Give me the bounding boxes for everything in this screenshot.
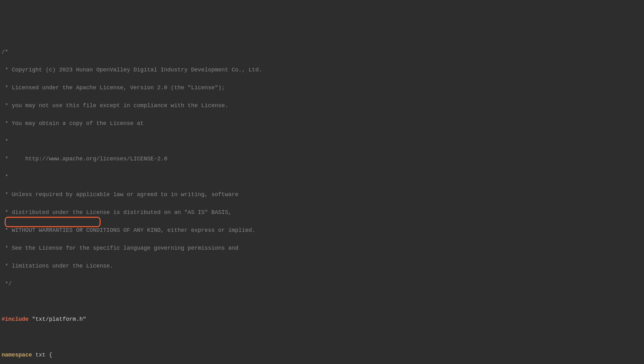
comment-line: * [2, 172, 642, 181]
comment-line: * http://www.apache.org/licenses/LICENSE… [2, 154, 642, 163]
comment-line: * Licensed under the Apache License, Ver… [2, 83, 642, 92]
blank-line [2, 333, 642, 341]
namespace-line: namespace txt { [2, 351, 642, 359]
highlight-annotation [5, 217, 101, 227]
comment-line: * See the License for the specific langu… [2, 244, 642, 252]
comment-line: * [2, 137, 642, 146]
comment-line: * you may not use this file except in co… [2, 101, 642, 110]
comment-line: /* [2, 48, 642, 56]
include-path: "txt/platform.h" [29, 316, 86, 322]
namespace-keyword: namespace [2, 352, 32, 358]
comment-line: * distributed under the License is distr… [2, 208, 642, 217]
comment-line: * You may obtain a copy of the License a… [2, 119, 642, 128]
code-viewer: /* * Copyright (c) 2023 Hunan OpenValley… [2, 39, 642, 364]
comment-line: * Unless required by applicable law or a… [2, 190, 642, 199]
include-directive: #include [2, 316, 29, 322]
namespace-name: txt { [32, 352, 52, 358]
comment-line: * Copyright (c) 2023 Hunan OpenValley Di… [2, 65, 642, 74]
blank-line [2, 297, 642, 306]
include-line: #include "txt/platform.h" [2, 315, 642, 324]
comment-line: * WITHOUT WARRANTIES OR CONDITIONS OF AN… [2, 226, 642, 235]
comment-line: */ [2, 279, 642, 288]
comment-line: * limitations under the License. [2, 262, 642, 270]
